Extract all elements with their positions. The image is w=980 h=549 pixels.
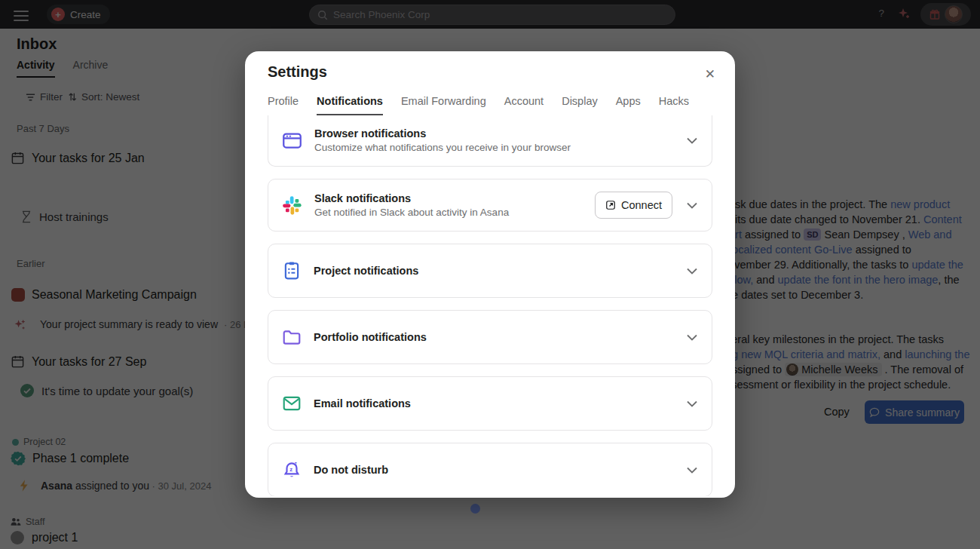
close-icon[interactable]: ✕ xyxy=(705,66,715,82)
chevron-down-icon[interactable] xyxy=(686,136,698,145)
row-project-notifications[interactable]: Project notifications xyxy=(268,244,712,298)
chevron-down-icon[interactable] xyxy=(686,201,698,210)
svg-text:z: z xyxy=(289,466,292,473)
chevron-down-icon[interactable] xyxy=(686,400,698,408)
chevron-down-icon[interactable] xyxy=(686,267,698,275)
slack-icon xyxy=(282,195,302,216)
tab-email-forwarding[interactable]: Email Forwarding xyxy=(401,95,486,115)
chevron-down-icon[interactable] xyxy=(686,466,698,474)
tab-display[interactable]: Display xyxy=(562,95,598,115)
tab-account[interactable]: Account xyxy=(504,95,544,115)
connect-button[interactable]: Connect xyxy=(595,192,672,219)
scroll-indicator-dot xyxy=(470,504,480,514)
row-browser-notifications[interactable]: Browser notifications Customize what not… xyxy=(268,115,712,167)
tab-apps[interactable]: Apps xyxy=(616,95,641,115)
tab-notifications[interactable]: Notifications xyxy=(317,95,383,115)
settings-scroll-area[interactable]: Browser notifications Customize what not… xyxy=(245,115,735,496)
row-do-not-disturb[interactable]: z z Do not disturb xyxy=(268,443,712,496)
dnd-icon: z z xyxy=(282,460,302,480)
row-email-notifications[interactable]: Email notifications xyxy=(268,376,712,431)
row-slack-notifications[interactable]: Slack notifications Get notified in Slac… xyxy=(268,179,712,232)
settings-tabs: Profile Notifications Email Forwarding A… xyxy=(268,95,712,115)
external-link-icon xyxy=(605,200,616,210)
tab-profile[interactable]: Profile xyxy=(268,95,299,115)
modal-title: Settings xyxy=(268,63,712,81)
settings-modal: ✕ Settings Profile Notifications Email F… xyxy=(245,51,735,498)
app-window: + Create ? In xyxy=(0,0,980,549)
chevron-down-icon[interactable] xyxy=(686,333,698,342)
project-icon xyxy=(282,261,302,281)
tab-hacks[interactable]: Hacks xyxy=(659,95,689,115)
row-portfolio-notifications[interactable]: Portfolio notifications xyxy=(268,310,712,364)
portfolio-icon xyxy=(282,327,302,347)
email-icon xyxy=(282,394,302,413)
svg-text:z: z xyxy=(294,461,297,466)
browser-icon xyxy=(282,130,302,151)
